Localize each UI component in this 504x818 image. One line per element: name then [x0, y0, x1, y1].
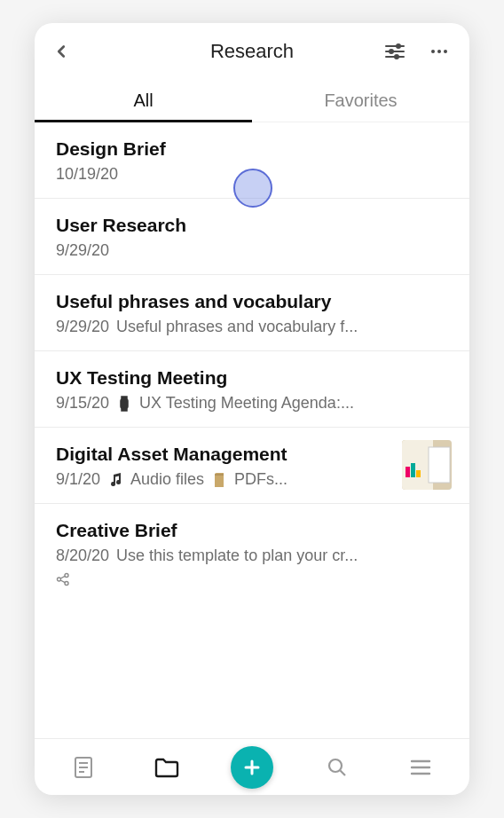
- item-date: 9/15/20: [56, 394, 109, 413]
- filter-button[interactable]: [381, 37, 409, 66]
- item-date: 10/19/20: [56, 165, 118, 184]
- svg-point-5: [395, 55, 398, 59]
- svg-point-3: [390, 50, 393, 53]
- list-item[interactable]: Useful phrases and vocabulary 9/29/20 Us…: [35, 275, 469, 351]
- add-button[interactable]: [231, 746, 273, 789]
- svg-point-7: [437, 50, 441, 53]
- item-subtitle: 9/1/20 Audio files PDFs...: [56, 470, 448, 489]
- svg-rect-10: [122, 397, 127, 399]
- tab-favorites[interactable]: Favorites: [252, 80, 469, 122]
- top-bar: Research: [35, 23, 469, 80]
- svg-point-18: [58, 578, 61, 581]
- item-subtitle: 10/19/20: [56, 165, 448, 184]
- svg-point-29: [329, 759, 342, 772]
- svg-point-1: [397, 44, 400, 48]
- menu-icon: [409, 758, 432, 777]
- item-title: User Research: [56, 215, 448, 236]
- attachment-icon: [211, 472, 227, 488]
- svg-point-19: [65, 574, 68, 578]
- folder-icon: [154, 756, 180, 779]
- svg-line-22: [60, 580, 65, 583]
- list-item[interactable]: Creative Brief 8/20/20 Use this template…: [35, 504, 469, 601]
- nav-menu[interactable]: [401, 748, 440, 787]
- item-date: 8/20/20: [56, 547, 109, 565]
- svg-line-21: [60, 576, 65, 578]
- item-title: UX Testing Meeting: [56, 367, 448, 389]
- sliders-icon: [384, 43, 406, 60]
- back-button[interactable]: [45, 35, 77, 67]
- dots-horizontal-icon: [429, 41, 450, 62]
- svg-rect-17: [416, 470, 421, 477]
- item-subtitle: 9/29/20 Useful phrases and vocabulary f.…: [56, 318, 448, 336]
- tab-all[interactable]: All: [35, 80, 252, 122]
- music-note-icon: [107, 472, 123, 488]
- nav-notes[interactable]: [64, 748, 103, 787]
- plus-icon: [241, 757, 263, 778]
- tab-label: All: [133, 90, 153, 111]
- watch-icon: [116, 396, 132, 412]
- item-thumbnail: [402, 440, 452, 490]
- item-subtitle: 8/20/20 Use this template to plan your c…: [56, 547, 448, 565]
- item-title: Digital Asset Management: [56, 444, 448, 465]
- item-snippet-2: PDFs...: [234, 470, 287, 489]
- item-title: Creative Brief: [56, 520, 448, 541]
- share-icon: [56, 572, 70, 586]
- item-snippet: Useful phrases and vocabulary f...: [116, 318, 358, 336]
- item-title: Design Brief: [56, 138, 448, 160]
- svg-rect-11: [122, 408, 127, 411]
- tabs: All Favorites: [35, 80, 469, 122]
- search-icon: [326, 756, 349, 779]
- top-right-actions: [381, 37, 459, 66]
- item-subtitle: 9/29/20: [56, 241, 448, 260]
- svg-rect-16: [411, 463, 415, 477]
- list-item[interactable]: Digital Asset Management 9/1/20 Audio fi…: [35, 428, 469, 504]
- svg-rect-15: [406, 467, 410, 477]
- item-snippet: UX Testing Meeting Agenda:...: [139, 394, 354, 413]
- svg-rect-9: [121, 399, 128, 408]
- svg-point-8: [444, 50, 447, 53]
- more-button[interactable]: [425, 37, 453, 66]
- bottom-bar: [35, 738, 469, 795]
- list-item[interactable]: UX Testing Meeting 9/15/20 UX Testing Me…: [35, 351, 469, 428]
- item-date: 9/29/20: [56, 241, 109, 260]
- share-indicator: [56, 572, 448, 586]
- item-snippet: Audio files: [130, 470, 204, 489]
- item-date: 9/29/20: [56, 318, 109, 336]
- nav-search[interactable]: [318, 748, 357, 787]
- note-icon: [72, 755, 95, 780]
- item-snippet: Use this template to plan your cr...: [116, 547, 358, 565]
- list-item[interactable]: User Research 9/29/20: [35, 199, 469, 275]
- svg-rect-14: [429, 447, 450, 483]
- item-date: 9/1/20: [56, 470, 100, 489]
- list-item[interactable]: Design Brief 10/19/20: [35, 122, 469, 199]
- notes-list: Design Brief 10/19/20 User Research 9/29…: [35, 122, 469, 738]
- tab-label: Favorites: [324, 90, 397, 111]
- nav-folders[interactable]: [147, 748, 186, 787]
- item-subtitle: 9/15/20 UX Testing Meeting Agenda:...: [56, 394, 448, 413]
- svg-point-6: [431, 50, 435, 53]
- svg-line-30: [341, 770, 346, 775]
- svg-point-20: [65, 582, 68, 586]
- app-window: Research All Favorites Design Brief: [35, 23, 469, 795]
- item-title: Useful phrases and vocabulary: [56, 291, 448, 312]
- chevron-left-icon: [51, 42, 71, 61]
